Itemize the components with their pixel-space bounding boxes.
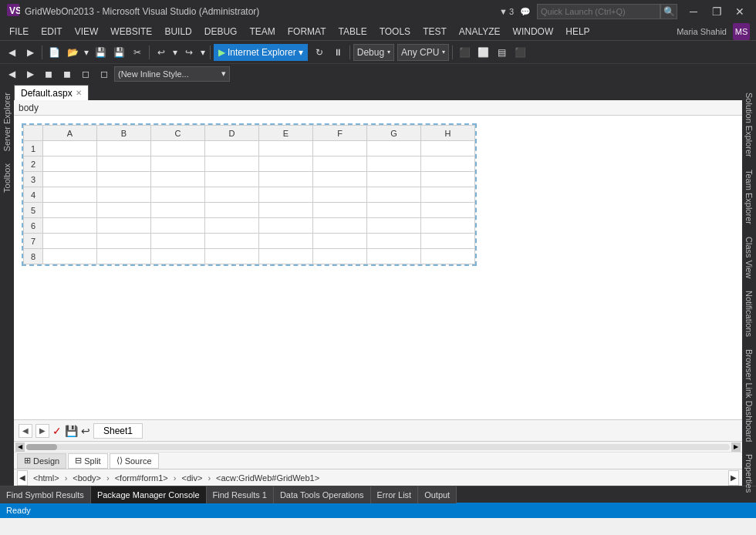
cell-B1[interactable] <box>97 141 151 156</box>
cell-A3[interactable] <box>43 172 97 187</box>
cell-H4[interactable] <box>421 187 475 203</box>
cell-G3[interactable] <box>367 172 421 187</box>
cell-B5[interactable] <box>97 203 151 218</box>
cell-B6[interactable] <box>97 218 151 234</box>
cell-A8[interactable] <box>43 249 97 264</box>
cell-E7[interactable] <box>259 234 313 249</box>
menu-analyze[interactable]: ANALYZE <box>453 23 507 40</box>
platform-dropdown[interactable]: Any CPU ▾ <box>397 44 449 61</box>
style-btn-1[interactable]: ◀ <box>3 66 20 82</box>
cell-F6[interactable] <box>313 218 367 234</box>
cell-G5[interactable] <box>367 203 421 218</box>
cell-C4[interactable] <box>151 187 205 203</box>
search-button[interactable]: 🔍 <box>660 4 677 19</box>
bottom-tab-data-tools[interactable]: Data Tools Operations <box>274 486 371 503</box>
toolbar-btn-3[interactable]: ▤ <box>493 44 510 61</box>
new-file-button[interactable]: 📄 <box>46 44 62 61</box>
undo-button[interactable]: ↩ <box>153 44 170 61</box>
cell-A7[interactable] <box>43 234 97 249</box>
open-file-button[interactable]: 📂 <box>64 44 81 61</box>
cell-H3[interactable] <box>421 172 475 187</box>
cut-button[interactable]: ✂ <box>129 44 146 61</box>
menu-website[interactable]: WEBSITE <box>104 23 158 40</box>
cell-E2[interactable] <box>259 156 313 172</box>
cell-E5[interactable] <box>259 203 313 218</box>
toolbar-btn-4[interactable]: ⬛ <box>511 44 528 61</box>
horizontal-scrollbar[interactable]: ◀ ▶ <box>14 441 742 452</box>
next-sheet-button[interactable]: ▶ <box>35 424 49 438</box>
sidebar-item-server-explorer[interactable]: Server Explorer <box>1 86 13 157</box>
cell-D4[interactable] <box>205 187 259 203</box>
cell-G1[interactable] <box>367 141 421 156</box>
path-item-gridweb[interactable]: <acw:GridWeb#GridWeb1> <box>212 470 323 486</box>
bottom-tab-output[interactable]: Output <box>418 486 457 503</box>
cell-H8[interactable] <box>421 249 475 264</box>
bottom-tab-package-manager[interactable]: Package Manager Console <box>91 486 207 503</box>
sidebar-team-explorer[interactable]: Team Explorer <box>743 163 755 230</box>
cell-C7[interactable] <box>151 234 205 249</box>
close-button[interactable]: ✕ <box>730 4 750 19</box>
menu-window[interactable]: WINDOW <box>507 23 560 40</box>
quick-launch-area[interactable]: 🔍 <box>537 4 677 19</box>
menu-tools[interactable]: TOOLS <box>373 23 417 40</box>
sidebar-class-view[interactable]: Class View <box>743 230 755 284</box>
bottom-tab-find-results[interactable]: Find Results 1 <box>207 486 274 503</box>
cell-F7[interactable] <box>313 234 367 249</box>
style-btn-6[interactable]: ◻ <box>96 66 113 82</box>
cell-A6[interactable] <box>43 218 97 234</box>
menu-team[interactable]: TEAM <box>243 23 281 40</box>
style-btn-4[interactable]: ◼ <box>59 66 76 82</box>
bottom-tab-find-symbol[interactable]: Find Symbol Results <box>0 486 91 503</box>
cell-C5[interactable] <box>151 203 205 218</box>
prev-sheet-button[interactable]: ◀ <box>19 424 32 438</box>
cell-B8[interactable] <box>97 249 151 264</box>
path-scroll-right[interactable]: ▶ <box>728 470 739 486</box>
undo-dropdown-button[interactable]: ▾ <box>171 44 179 61</box>
source-view-button[interactable]: ⟨⟩ Source <box>110 453 159 469</box>
sidebar-notifications[interactable]: Notifications <box>743 284 755 343</box>
cell-C3[interactable] <box>151 172 205 187</box>
sidebar-browser-link[interactable]: Browser Link Dashboard <box>743 343 755 448</box>
redo-button[interactable]: ↪ <box>181 44 197 61</box>
toolbar-btn-2[interactable]: ⬜ <box>474 44 491 61</box>
scroll-left-button[interactable]: ◀ <box>15 442 25 452</box>
cell-G4[interactable] <box>367 187 421 203</box>
cell-C8[interactable] <box>151 249 205 264</box>
sidebar-solution-explorer[interactable]: Solution Explorer <box>743 86 755 163</box>
cell-D5[interactable] <box>205 203 259 218</box>
save-button[interactable]: 💾 <box>92 44 109 61</box>
minimize-button[interactable]: ─ <box>683 4 704 19</box>
cell-G2[interactable] <box>367 156 421 172</box>
cell-B3[interactable] <box>97 172 151 187</box>
cell-B2[interactable] <box>97 156 151 172</box>
tab-close-icon[interactable]: ✕ <box>76 89 82 97</box>
cell-A1[interactable] <box>43 141 97 156</box>
cell-E1[interactable] <box>259 141 313 156</box>
sheet-tab[interactable]: Sheet1 <box>93 423 143 439</box>
quick-launch-input[interactable] <box>537 4 660 19</box>
path-item-body[interactable]: <body> <box>69 470 105 486</box>
cell-D1[interactable] <box>205 141 259 156</box>
user-avatar[interactable]: MS <box>733 23 750 40</box>
cell-E4[interactable] <box>259 187 313 203</box>
bottom-tab-error-list[interactable]: Error List <box>371 486 419 503</box>
style-btn-3[interactable]: ◼ <box>40 66 57 82</box>
pause-button[interactable]: ⏸ <box>329 44 346 61</box>
cell-H7[interactable] <box>421 234 475 249</box>
cell-F4[interactable] <box>313 187 367 203</box>
cell-C2[interactable] <box>151 156 205 172</box>
menu-file[interactable]: FILE <box>3 23 35 40</box>
design-view-button[interactable]: ⊞ Design <box>17 453 66 469</box>
restore-button[interactable]: ❐ <box>707 4 727 19</box>
cell-H6[interactable] <box>421 218 475 234</box>
refresh-button[interactable]: ↻ <box>311 44 328 61</box>
cell-H1[interactable] <box>421 141 475 156</box>
cell-F5[interactable] <box>313 203 367 218</box>
path-item-form[interactable]: <form#form1> <box>111 470 172 486</box>
save-sheet-button[interactable]: 💾 <box>65 425 78 437</box>
cell-F3[interactable] <box>313 172 367 187</box>
back-button[interactable]: ◀ <box>3 44 20 61</box>
menu-edit[interactable]: EDIT <box>35 23 68 40</box>
scroll-right-button[interactable]: ▶ <box>731 442 741 452</box>
cell-D6[interactable] <box>205 218 259 234</box>
